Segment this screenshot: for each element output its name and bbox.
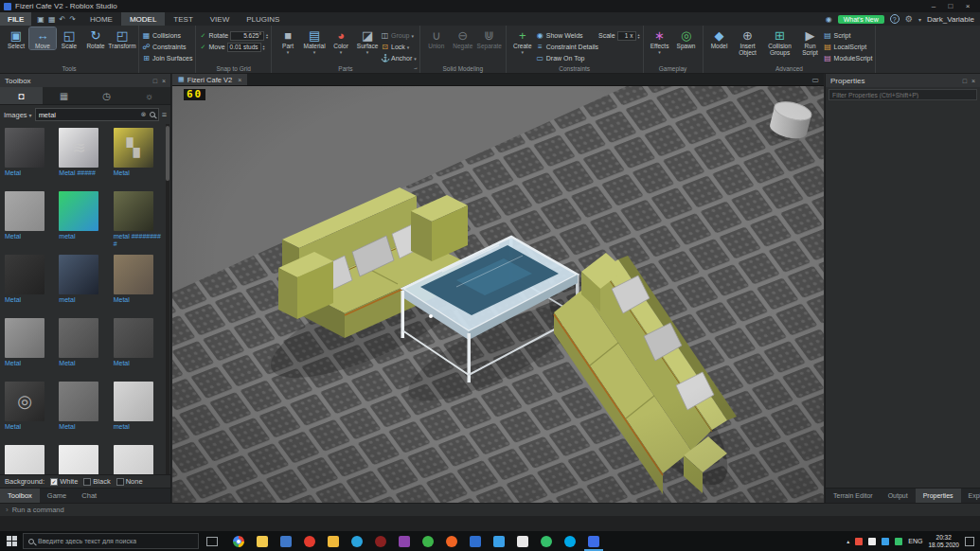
asset-thumbnail[interactable] [114,191,153,231]
toolbox-tab-marketplace[interactable]: ▦ [43,87,85,104]
asset-thumbnail[interactable] [114,382,153,421]
toolbox-asset[interactable]: Metal [2,189,56,253]
part-button[interactable]: ■ Part ▾ [275,27,301,54]
constraint-scale-stepper[interactable]: ▴▾ [638,33,640,39]
taskbar-app-app-darkred[interactable] [375,536,386,547]
material-button[interactable]: ▤ Material ▾ [301,27,328,54]
category-dropdown[interactable]: Images ▾ [4,111,32,119]
spawn-button[interactable]: ◎ Spawn [673,27,700,49]
panel-close-icon[interactable]: × [971,78,975,84]
chevron-down-icon[interactable]: ▾ [918,16,921,23]
toolbox-tab-inventory[interactable]: ◘ [0,87,43,104]
toolbox-asset[interactable] [2,443,56,474]
toolbox-asset[interactable] [111,443,165,474]
dock-tab-explorer[interactable]: Explorer [961,489,980,503]
constraints-toggle[interactable]: ☍ Constraints [142,42,192,52]
tray-red-icon[interactable] [855,538,863,545]
move-tool-button[interactable]: ↔ Move [29,27,56,49]
asset-thumbnail[interactable] [114,318,153,358]
snap-move-checkbox[interactable]: ✓ [199,44,206,51]
dock-tab-properties[interactable]: Properties [916,489,961,503]
panel-undock-icon[interactable]: □ [963,78,967,84]
toolbox-asset[interactable]: Metal [2,253,56,316]
snap-rotate-stepper[interactable]: ▴▾ [266,33,268,39]
asset-thumbnail[interactable] [114,255,153,294]
dock-tab-game[interactable]: Game [40,489,74,503]
panel-undock-icon[interactable]: □ [153,78,157,84]
module-script-button[interactable]: ▤ ModuleScript [824,53,873,63]
tray-blue-icon[interactable] [882,538,889,545]
group-button[interactable]: ◫ Group ▾ [381,30,417,41]
asset-thumbnail[interactable] [5,255,45,294]
collaborate-icon[interactable]: ◉ [826,15,832,24]
join-surfaces-toggle[interactable]: ⊞ Join Surfaces [142,53,192,63]
taskbar-app-mail[interactable] [493,536,505,547]
background-option-black[interactable]: Black [83,477,110,486]
taskbar-app-app-purple[interactable] [399,536,410,547]
dock-tab-output[interactable]: Output [881,489,916,503]
clear-search-icon[interactable]: ⊗ [141,111,147,118]
union-button[interactable]: ∪ Union [423,27,450,49]
toolbox-asset[interactable]: Metal [56,316,110,380]
dock-tab-terrain-editor[interactable]: Terrain Editor [826,489,881,503]
asset-thumbnail[interactable]: ▚ [114,128,153,168]
toolbox-scrollbar[interactable] [166,124,169,474]
toolbox-asset[interactable]: Metal [2,126,56,189]
local-script-button[interactable]: ▤ LocalScript [824,42,873,52]
panel-close-icon[interactable]: × [162,78,166,84]
tab-plugins[interactable]: PLUGINS [238,12,288,26]
toolbox-asset[interactable]: ▚Metal [111,126,165,189]
help-icon[interactable]: ? [890,14,900,24]
tab-model[interactable]: MODEL [121,12,165,26]
tab-home[interactable]: HOME [81,12,121,26]
snap-move-value[interactable]: 0.01 studs [227,43,261,52]
dialog-launcher-icon[interactable]: ⌐ [414,66,418,72]
snap-rotate-value[interactable]: 5.625° [230,31,264,41]
taskbar-app-telegram[interactable] [351,536,363,547]
effects-button[interactable]: ∗ Effects ▾ [647,27,673,54]
save-icon[interactable]: ▦ [48,15,56,24]
language-indicator[interactable]: ENG [908,538,922,544]
maximize-button[interactable]: □ [942,0,959,12]
taskbar-app-app-orange[interactable] [446,536,457,547]
asset-thumbnail[interactable] [5,318,45,358]
toolbox-asset[interactable]: ◎Metal [2,380,56,443]
username[interactable]: Dark_Variable [927,15,974,24]
properties-filter-box[interactable] [829,89,977,100]
task-view-button[interactable] [206,537,218,546]
asset-thumbnail[interactable] [114,445,153,474]
toolbox-search-input[interactable] [39,111,138,119]
taskbar-app-chrome[interactable] [233,536,244,547]
collisions-toggle[interactable]: ▦ Collisions [142,30,192,41]
toolbox-asset[interactable]: metal [111,380,165,443]
properties-filter-input[interactable] [832,92,973,98]
background-option-white[interactable]: ✓White [50,477,78,486]
3d-viewport[interactable]: 60 [172,86,824,503]
dock-tab-chat[interactable]: Chat [74,489,104,503]
asset-thumbnail[interactable] [5,128,45,168]
anchor-button[interactable]: ⚓ Anchor ▾ [381,53,417,63]
background-option-none[interactable]: None [116,477,143,486]
taskbar-app-app-blue[interactable] [280,536,292,547]
asset-thumbnail[interactable] [59,445,98,474]
toolbox-asset[interactable]: Metal [111,253,165,316]
show-welds-toggle[interactable]: ◉ Show Welds [536,30,598,41]
toolbox-asset[interactable]: metal ######### [111,189,165,253]
taskbar-app-folder-yellow[interactable] [328,536,339,547]
dock-tab-toolbox[interactable]: Toolbox [0,489,40,503]
constraint-details-toggle[interactable]: ≡ Constraint Details [536,42,598,52]
model-button[interactable]: ◆ Model [706,27,733,49]
minimize-button[interactable]: – [925,0,942,12]
asset-thumbnail[interactable]: ≋ [59,128,98,168]
constraint-scale-value[interactable]: 1 x [617,31,636,41]
toolbox-asset[interactable] [56,443,110,474]
search-icon[interactable] [150,112,155,117]
redo-icon[interactable]: ↷ [69,15,76,24]
settings-gear-icon[interactable]: ⚙ [905,14,913,24]
toolbox-tab-recent[interactable]: ◷ [85,87,128,104]
taskbar-app-file-explorer[interactable] [257,536,268,547]
negate-button[interactable]: ⊖ Negate [450,27,476,49]
close-button[interactable]: × [959,0,976,12]
taskbar-app-app-lime[interactable] [541,536,552,547]
start-button[interactable] [0,531,23,551]
